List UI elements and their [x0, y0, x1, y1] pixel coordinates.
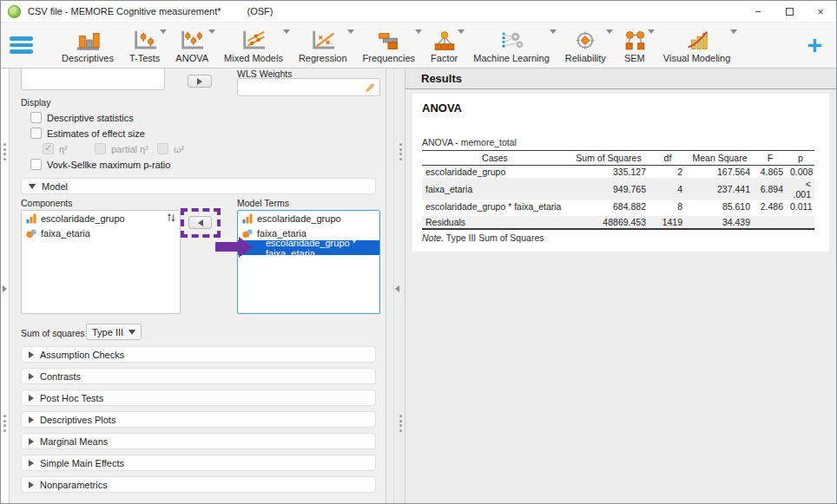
sem-icon	[622, 29, 648, 52]
module-label: Regression	[299, 53, 347, 63]
module-regression[interactable]: Regression	[291, 26, 355, 65]
module-machine-learning[interactable]: Machine Learning	[465, 26, 557, 65]
drag-handle[interactable]	[399, 415, 402, 432]
assign-wls-button[interactable]	[188, 75, 212, 88]
module-t-tests[interactable]: T-Tests	[122, 26, 168, 65]
dropdown-caret-icon	[550, 29, 557, 34]
anova-heading: ANOVA	[422, 101, 820, 115]
variable-name: escolaridade_grupo	[41, 213, 125, 224]
section-nonparametrics[interactable]: Nonparametrics	[21, 476, 376, 493]
sum-of-squares-label: Sum of squares	[21, 328, 85, 338]
model-term-item-selected[interactable]: escolaridade_grupo * faixa_etaria	[238, 240, 379, 255]
section-label: Descriptives Plots	[40, 415, 115, 425]
table-row-residuals: Residuals 48869.453 1419 34.439	[422, 216, 814, 229]
checkbox-label: Estimates of effect size	[47, 128, 145, 139]
table-row: faixa_etaria 949.765 4 237.441 6.894 < .…	[422, 178, 814, 200]
expand-data-panel-icon[interactable]	[3, 285, 7, 292]
module-buttons: Descriptives T-Tests ANOVA	[54, 26, 738, 65]
components-list[interactable]: escolaridade_grupo faixa_etaria	[21, 210, 181, 314]
main-area: WLS Weights Display Descriptive statisti…	[1, 69, 836, 504]
anova-table-title: ANOVA - memore_total	[422, 137, 820, 147]
dropdown-caret-icon	[415, 29, 422, 34]
model-term-item[interactable]: escolaridade_grupo	[238, 211, 379, 226]
collapse-options-panel-icon[interactable]	[395, 285, 399, 292]
drag-handle[interactable]	[399, 143, 402, 160]
checkbox-icon	[30, 159, 42, 170]
dropdown-caret-icon	[730, 29, 737, 34]
minimize-button[interactable]: −	[742, 1, 774, 23]
dropdown-caret-icon	[606, 29, 613, 34]
col-sum-of-squares: Sum of Squares	[568, 151, 649, 166]
checkbox-label: η²	[59, 144, 68, 154]
component-item[interactable]: escolaridade_grupo	[22, 211, 180, 226]
section-label: Marginal Means	[40, 436, 108, 447]
model-section-header[interactable]: Model	[21, 178, 376, 194]
panel-splitter[interactable]	[386, 69, 405, 504]
main-menu-button[interactable]	[10, 36, 33, 54]
close-button[interactable]: ×	[805, 1, 836, 23]
component-item[interactable]: faixa_etaria	[22, 226, 180, 240]
results-title: Results	[421, 72, 462, 85]
window-title: CSV file - MEMORE Cognitive measurement*	[28, 6, 221, 16]
section-contrasts[interactable]: Contrasts	[21, 368, 376, 384]
module-label: Visual Modeling	[663, 53, 730, 63]
osf-badge: (OSF)	[247, 6, 274, 16]
variable-name: escolaridade_grupo * faixa_etaria	[266, 238, 375, 259]
section-simple-main-effects[interactable]: Simple Main Effects	[21, 455, 376, 471]
module-visual-modeling[interactable]: Visual Modeling	[656, 26, 738, 65]
checkbox-label: Vovk-Sellke maximum p-ratio	[47, 160, 170, 170]
available-variables-list[interactable]	[21, 69, 165, 90]
module-label: Reliability	[565, 53, 606, 63]
anova-output-block[interactable]: ANOVA ANOVA - memore_total Cases Sum of …	[412, 94, 829, 252]
module-sem[interactable]: SEM	[614, 26, 656, 65]
checkbox-icon	[30, 128, 42, 139]
dropdown-caret-icon	[283, 29, 290, 34]
module-frequencies[interactable]: Frequencies	[355, 26, 424, 65]
section-assumption-checks[interactable]: Assumption Checks	[21, 346, 376, 363]
ordinal-variable-icon	[242, 213, 253, 224]
machine-learning-icon	[498, 29, 524, 52]
annotation-arrow-head	[239, 237, 253, 258]
expand-icon	[29, 481, 34, 488]
module-descriptives[interactable]: Descriptives	[54, 26, 122, 65]
wls-weights-field[interactable]	[237, 78, 380, 96]
descriptive-statistics-checkbox[interactable]: Descriptive statistics	[30, 112, 134, 123]
module-anova[interactable]: ANOVA	[168, 26, 216, 65]
vovk-sellke-checkbox[interactable]: Vovk-Sellke maximum p-ratio	[30, 159, 170, 170]
drag-handle[interactable]	[3, 143, 6, 160]
sum-of-squares-dropdown[interactable]: Type III	[86, 324, 142, 340]
anova-icon	[179, 29, 205, 52]
section-post-hoc-tests[interactable]: Post Hoc Tests	[21, 389, 376, 406]
section-descriptives-plots[interactable]: Descriptives Plots	[21, 411, 376, 428]
drag-handle[interactable]	[3, 415, 6, 432]
checkbox-checked-icon	[43, 143, 54, 154]
effect-size-checkbox[interactable]: Estimates of effect size	[30, 128, 145, 139]
results-panel: Results ANOVA ANOVA - memore_total Cases…	[405, 69, 836, 504]
module-mixed-models[interactable]: Mixed Models	[216, 26, 291, 65]
module-label: Factor	[431, 53, 458, 63]
add-module-button[interactable]: +	[807, 35, 826, 56]
expand-icon	[29, 460, 34, 467]
module-factor[interactable]: Factor	[423, 26, 465, 65]
visual-modeling-icon	[684, 29, 710, 52]
anova-table: Cases Sum of Squares df Mean Square F p …	[422, 150, 814, 230]
checkbox-icon	[30, 112, 42, 123]
section-marginal-means[interactable]: Marginal Means	[21, 433, 376, 449]
data-panel-edge[interactable]	[1, 69, 10, 504]
variable-name: escolaridade_grupo	[257, 213, 341, 224]
checkbox-icon	[95, 143, 106, 154]
module-reliability[interactable]: Reliability	[557, 26, 614, 65]
module-label: SEM	[624, 53, 645, 63]
arrow-right-icon	[197, 78, 202, 85]
title-bar: CSV file - MEMORE Cognitive measurement*…	[1, 1, 836, 23]
module-label: Descriptives	[62, 53, 114, 63]
section-label: Contrasts	[40, 371, 81, 382]
sort-variables-icon[interactable]	[167, 213, 175, 225]
ribbon-toolbar: Descriptives T-Tests ANOVA	[1, 23, 836, 69]
table-note: Note. Type III Sum of Squares	[422, 232, 820, 243]
module-label: Frequencies	[363, 53, 416, 63]
maximize-button[interactable]	[774, 1, 805, 23]
model-terms-list[interactable]: escolaridade_grupo faixa_etaria escolari…	[237, 210, 380, 314]
model-terms-label: Model Terms	[237, 198, 289, 208]
jasp-window: CSV file - MEMORE Cognitive measurement*…	[0, 0, 837, 504]
